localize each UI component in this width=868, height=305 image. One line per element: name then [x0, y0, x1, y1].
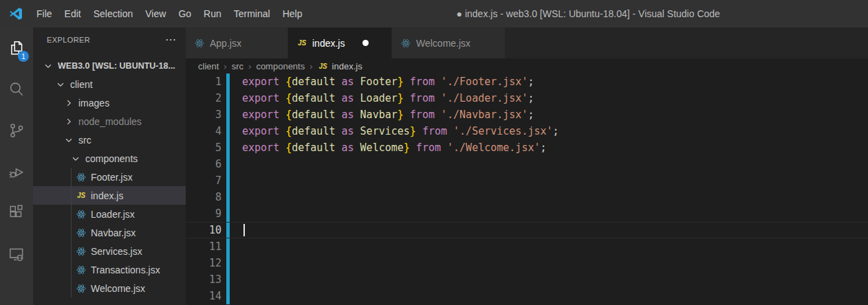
tree-file-welcome.jsx[interactable]: Welcome.jsx: [33, 279, 186, 297]
line-number[interactable]: 2: [186, 90, 221, 106]
extensions-icon[interactable]: [0, 192, 33, 234]
unsaved-dot-icon[interactable]: [362, 40, 369, 46]
react-file-icon: [400, 38, 411, 49]
tree-folder-src[interactable]: src: [33, 131, 186, 149]
code-line-1[interactable]: 1export {default as Footer} from './Foot…: [186, 74, 868, 90]
vscode-logo-icon: [8, 6, 23, 21]
line-number[interactable]: 5: [186, 139, 221, 156]
more-actions-icon[interactable]: ⋯: [165, 36, 176, 43]
code-line-11[interactable]: 11: [186, 238, 868, 255]
js-file-icon: JS: [296, 38, 307, 49]
tree-folder-web3.0-wsl-ubuntu-18...[interactable]: WEB3.0 [WSL: UBUNTU-18...: [33, 56, 186, 75]
tab-app.jsx[interactable]: App.jsx: [186, 27, 287, 58]
breadcrumb-segment[interactable]: client: [198, 61, 219, 71]
tree-item-label: WEB3.0 [WSL: UBUNTU-18...: [58, 61, 175, 71]
breadcrumb-file[interactable]: index.js: [332, 61, 362, 71]
explorer-icon[interactable]: 1: [0, 27, 33, 69]
line-number[interactable]: 10: [186, 222, 221, 238]
tree-file-services.jsx[interactable]: Services.jsx: [33, 242, 186, 260]
react-file-icon: [76, 172, 87, 183]
menu-selection[interactable]: Selection: [87, 5, 140, 23]
tree-folder-components[interactable]: components: [33, 149, 186, 168]
sidebar-header: EXPLORER ⋯: [33, 27, 186, 52]
line-number[interactable]: 13: [186, 271, 221, 288]
chevron-down-icon: [70, 153, 81, 164]
tree-item-label: node_modules: [78, 116, 142, 127]
tree-file-footer.jsx[interactable]: Footer.jsx: [33, 168, 186, 186]
chevron-down-icon: [43, 60, 54, 71]
menu-file[interactable]: File: [30, 5, 58, 23]
menu-help[interactable]: Help: [276, 5, 309, 23]
run-and-debug-icon[interactable]: [0, 151, 33, 192]
code-line-14[interactable]: 14: [186, 288, 868, 304]
tree-file-index.js[interactable]: JSindex.js: [33, 186, 186, 205]
tree-folder-client[interactable]: client: [33, 75, 186, 93]
tree-file-navbar.jsx[interactable]: Navbar.jsx: [33, 223, 186, 242]
tree-item-label: Services.jsx: [91, 246, 142, 257]
tree-item-label: client: [70, 79, 93, 90]
line-number[interactable]: 8: [186, 189, 221, 205]
menu-terminal[interactable]: Terminal: [228, 5, 276, 23]
search-icon[interactable]: [0, 69, 33, 110]
tab-welcome.jsx[interactable]: Welcome.jsx: [392, 27, 505, 58]
line-number[interactable]: 12: [186, 255, 221, 271]
code-line-text: export {default as Loader} from './Loade…: [242, 90, 534, 106]
chevron-right-icon: ›: [224, 61, 226, 71]
tree-folder-images[interactable]: images: [33, 93, 186, 112]
window-title: ● index.js - web3.0 [WSL: Ubuntu-18.04] …: [308, 8, 868, 19]
code-line-7[interactable]: 7: [186, 172, 868, 189]
line-number[interactable]: 6: [186, 156, 221, 172]
code-line-2[interactable]: 2export {default as Loader} from './Load…: [186, 90, 868, 106]
tab-index.js[interactable]: JSindex.js: [288, 27, 391, 58]
menu-bar: FileEditSelectionViewGoRunTerminalHelp: [30, 5, 308, 23]
react-file-icon: [76, 283, 87, 294]
line-number[interactable]: 11: [186, 238, 221, 255]
menu-edit[interactable]: Edit: [58, 5, 87, 23]
code-line-5[interactable]: 5export {default as Welcome} from './Wel…: [186, 139, 868, 156]
react-file-icon: [76, 264, 87, 275]
chevron-down-icon: [63, 135, 74, 146]
explorer-sidebar: EXPLORER ⋯ WEB3.0 [WSL: UBUNTU-18...clie…: [33, 27, 186, 305]
line-number[interactable]: 3: [186, 106, 221, 123]
code-line-13[interactable]: 13: [186, 271, 868, 288]
explorer-title: EXPLORER: [47, 36, 90, 44]
tree-item-label: src: [78, 135, 91, 146]
chevron-right-icon: ›: [248, 61, 251, 71]
code-line-10[interactable]: 10: [186, 222, 868, 238]
code-line-6[interactable]: 6: [186, 156, 868, 172]
breadcrumb-segment[interactable]: components: [256, 61, 305, 71]
tree-file-transactions.jsx[interactable]: Transactions.jsx: [33, 260, 186, 279]
menu-run[interactable]: Run: [197, 5, 228, 23]
tree-item-label: Transactions.jsx: [91, 264, 160, 275]
code-editor[interactable]: 1export {default as Footer} from './Foot…: [186, 74, 868, 305]
code-line-9[interactable]: 9: [186, 205, 868, 222]
tree-item-label: components: [85, 153, 138, 164]
code-line-4[interactable]: 4export {default as Services} from './Se…: [186, 123, 868, 139]
menu-view[interactable]: View: [139, 5, 172, 23]
react-file-icon: [194, 38, 205, 49]
source-control-icon[interactable]: [0, 110, 33, 151]
code-line-12[interactable]: 12: [186, 255, 868, 271]
code-line-8[interactable]: 8: [186, 189, 868, 205]
tree-folder-node-modules[interactable]: node_modules: [33, 112, 186, 131]
title-bar: FileEditSelectionViewGoRunTerminalHelp ●…: [0, 0, 868, 27]
line-number[interactable]: 4: [186, 123, 221, 139]
line-number[interactable]: 9: [186, 205, 221, 222]
breadcrumb-segment[interactable]: src: [232, 61, 243, 71]
code-line-text: export {default as Navbar} from './Navba…: [242, 106, 534, 123]
line-number[interactable]: 14: [186, 288, 221, 304]
code-line-3[interactable]: 3export {default as Navbar} from './Navb…: [186, 106, 868, 123]
js-file-icon: JS: [318, 60, 329, 71]
line-number[interactable]: 1: [186, 74, 221, 90]
activity-bar: 1: [0, 27, 33, 305]
tree-item-label: Loader.jsx: [91, 209, 135, 220]
vscode-window: FileEditSelectionViewGoRunTerminalHelp ●…: [0, 0, 868, 305]
chevron-down-icon: [55, 79, 66, 90]
explorer-badge: 1: [18, 51, 29, 62]
tree-file-loader.jsx[interactable]: Loader.jsx: [33, 205, 186, 223]
line-number[interactable]: 7: [186, 172, 221, 189]
tab-label: App.jsx: [210, 38, 241, 49]
remote-explorer-icon[interactable]: [0, 234, 33, 275]
code-line-text: export {default as Welcome} from './Welc…: [242, 139, 547, 156]
menu-go[interactable]: Go: [172, 5, 197, 23]
